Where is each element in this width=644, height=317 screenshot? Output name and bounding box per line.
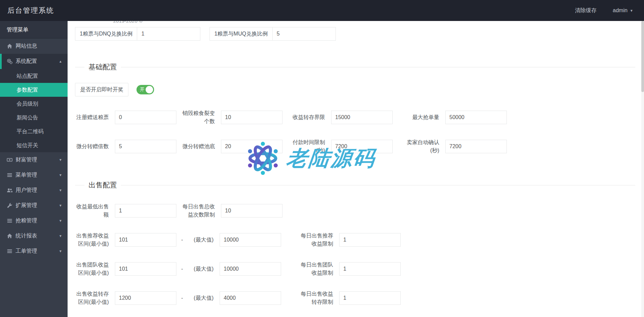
sidebar-item-news[interactable]: 新闻公告: [0, 111, 68, 124]
sidebar-item-parameter-config[interactable]: 参数配置: [0, 83, 68, 97]
list-icon: [7, 218, 13, 224]
field-label: 注册赠送粮票: [75, 113, 109, 121]
basic-config-section-header: 基础配置: [75, 62, 635, 72]
divider: [121, 185, 635, 185]
toggle-knob: [146, 86, 153, 93]
sidebar-item-label: 抢粮管理: [16, 217, 37, 224]
field-team-min: 出售团队收益区间(最小值): [75, 261, 176, 277]
field-transfer-min: 出售收益转存区间(最小值): [75, 290, 176, 306]
sidebar-item-label: 菜单管理: [16, 172, 37, 179]
chevron-down-icon: ▼: [59, 234, 62, 238]
instant-draw-label: 是否开启即时开奖: [75, 83, 128, 96]
field-label: 收益最低出售额: [75, 203, 109, 219]
recommend-max-input[interactable]: [220, 233, 281, 247]
muq-ratio-label: 1粮票与MUQ兑换比例: [209, 27, 272, 41]
clear-cache-link[interactable]: 清除缓存: [575, 7, 597, 14]
field-micro-multiple: 微分转赠倍数: [75, 140, 176, 153]
sidebar-item-label: 网站信息: [16, 43, 37, 50]
sidebar-header: 管理菜单: [0, 21, 68, 39]
transfer-min-input[interactable]: [115, 291, 176, 305]
daily-transfer-input[interactable]: [339, 291, 401, 305]
sidebar: 管理菜单 网站信息 系统配置 ▲ 站点配置 参数配置 会员级别 新闻公告 平台二…: [0, 21, 68, 317]
list-icon: [7, 248, 13, 254]
sidebar-item-label: 系统配置: [16, 58, 37, 65]
sidebar-item-wealth-management[interactable]: 财富管理 ▼: [0, 152, 68, 167]
basic-row-2: 微分转赠倍数 微分转赠池底 付款时间限制(秒) 卖家自动确认(秒): [75, 138, 635, 155]
daily-total-sell-input[interactable]: [221, 204, 282, 218]
micro-pool-input[interactable]: [221, 140, 282, 153]
section-title: 基础配置: [89, 62, 117, 72]
min-sell-amount-input[interactable]: [115, 204, 176, 218]
field-label: 销毁粮食裂变个数: [181, 109, 215, 126]
chevron-down-icon: ▼: [630, 9, 633, 13]
sidebar-item-statistics-report[interactable]: 统计报表 ▼: [0, 228, 68, 244]
sidebar-item-label: 财富管理: [16, 156, 37, 163]
gears-icon: [7, 59, 13, 64]
max-grab-input[interactable]: [445, 111, 507, 124]
payment-time-input[interactable]: [331, 140, 393, 153]
field-daily-transfer: 每日出售收益转存限制: [299, 290, 401, 306]
profit-transfer-limit-input[interactable]: [331, 111, 393, 124]
field-daily-team: 每日出售团队收益限制: [299, 261, 401, 277]
topbar-right: 清除缓存 admin ▼: [575, 7, 644, 14]
muq-ratio-group: 1粮票与MUQ兑换比例: [209, 27, 336, 41]
scrollbar-thumb[interactable]: [641, 21, 644, 92]
instant-draw-toggle-row: 是否开启即时开奖 开: [75, 83, 635, 96]
system-config-submenu: 站点配置 参数配置 会员级别 新闻公告 平台二维码 短信开关: [0, 69, 68, 152]
daily-team-input[interactable]: [339, 262, 401, 276]
sidebar-item-sms-switch[interactable]: 短信开关: [0, 138, 68, 152]
daily-recommend-input[interactable]: [339, 233, 401, 247]
field-payment-time: 付款时间限制(秒): [291, 138, 393, 155]
sidebar-item-website-info[interactable]: 网站信息: [0, 39, 68, 54]
field-daily-total-sell: 每日出售总收益次数限制: [181, 203, 282, 219]
dnq-ratio-group: 1粮票与DNQ兑换比例: [75, 27, 200, 41]
parameter-config-form: 1粮票与DNQ兑换比例 1粮票与MUQ兑换比例 基础配置 是否开启即时开奖 开 …: [68, 21, 644, 317]
field-destroy-fission: 销毁粮食裂变个数: [181, 109, 282, 126]
field-recommend-min: 出售推荐收益区间(最小值): [75, 232, 176, 248]
sidebar-item-platform-qrcode[interactable]: 平台二维码: [0, 124, 68, 138]
destroy-fission-input[interactable]: [221, 111, 282, 124]
field-label: 最大抢单量: [405, 113, 439, 121]
recommend-min-input[interactable]: [115, 233, 176, 247]
chevron-up-icon: ▲: [59, 60, 62, 63]
divider: [75, 67, 84, 67]
dnq-ratio-input[interactable]: [137, 27, 200, 41]
team-min-input[interactable]: [115, 262, 176, 276]
list-icon: [7, 172, 13, 178]
sidebar-item-site-config[interactable]: 站点配置: [0, 69, 68, 83]
transfer-max-input[interactable]: [220, 291, 281, 305]
micro-multiple-input[interactable]: [115, 140, 176, 153]
muq-ratio-input[interactable]: [272, 27, 336, 41]
max-value-label: (最大值): [189, 295, 214, 302]
sidebar-item-system-config[interactable]: 系统配置 ▲: [0, 54, 68, 69]
dnq-ratio-label: 1粮票与DNQ兑换比例: [75, 27, 137, 41]
vertical-scrollbar[interactable]: [641, 21, 644, 317]
home-icon: [7, 233, 13, 239]
sidebar-item-menu-management[interactable]: 菜单管理 ▼: [0, 167, 68, 183]
seller-confirm-input[interactable]: [445, 140, 507, 153]
sidebar-item-user-management[interactable]: 用户管理 ▼: [0, 183, 68, 198]
sidebar-item-member-level[interactable]: 会员级别: [0, 97, 68, 111]
user-dropdown[interactable]: admin ▼: [613, 7, 633, 14]
chevron-down-icon: ▼: [59, 158, 62, 162]
system-config-group: 系统配置 ▲ 站点配置 参数配置 会员级别 新闻公告 平台二维码 短信开关: [0, 54, 68, 152]
instant-draw-toggle[interactable]: 开: [137, 85, 154, 94]
sidebar-item-grain-grab-management[interactable]: 抢粮管理 ▼: [0, 213, 68, 228]
field-profit-transfer-limit: 收益转存界限: [291, 111, 393, 124]
money-icon: [7, 157, 13, 163]
app-title: 后台管理系统: [0, 6, 54, 15]
main-content: 2019-2020 © 1粮票与DNQ兑换比例 1粮票与MUQ兑换比例 基础配置…: [68, 21, 644, 317]
register-gift-input[interactable]: [115, 111, 176, 124]
field-label: 出售团队收益区间(最小值): [75, 261, 109, 277]
field-micro-pool: 微分转赠池底: [181, 140, 282, 153]
sidebar-item-label: 用户管理: [16, 187, 37, 194]
sidebar-item-work-order-management[interactable]: 工单管理 ▼: [0, 244, 68, 259]
team-max-input[interactable]: [220, 262, 281, 276]
username: admin: [613, 7, 628, 14]
divider: [75, 185, 84, 185]
field-label: 每日出售收益转存限制: [299, 290, 333, 306]
sidebar-item-extension-management[interactable]: 扩展管理 ▼: [0, 198, 68, 213]
field-label: 微分转赠池底: [181, 142, 215, 151]
exchange-ratio-row: 1粮票与DNQ兑换比例 1粮票与MUQ兑换比例: [75, 27, 635, 41]
field-label: 每日出售推荐收益限制: [299, 232, 333, 248]
